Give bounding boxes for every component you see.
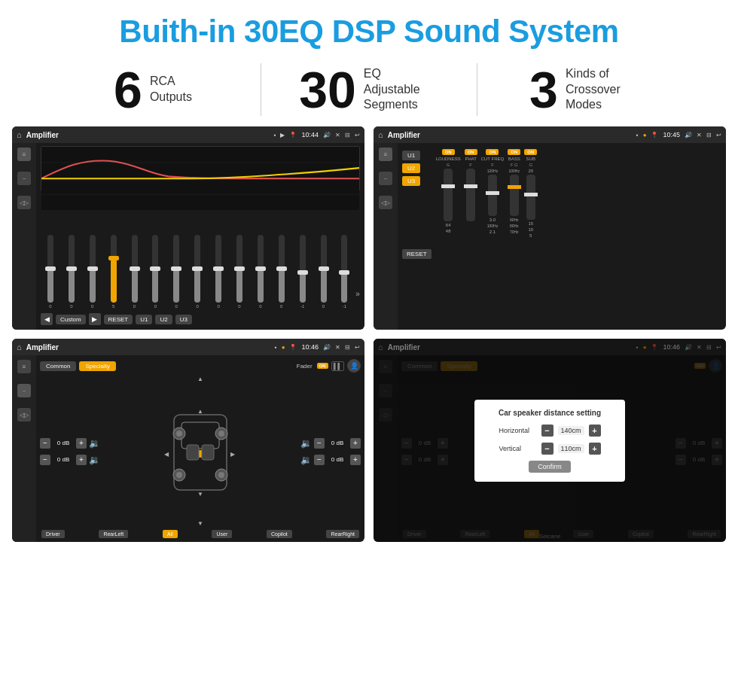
eq-sidebar-eq-icon[interactable]: ≡ [17,148,31,161]
amp-time: 10:45 [663,131,680,138]
fader-minus-3[interactable]: − [314,438,325,449]
fader-spk-icon[interactable]: ◁▷ [17,408,31,422]
amp-phat-slider[interactable] [466,169,475,221]
amp-cutfreq-g: F [491,163,494,167]
eq-graph [41,146,360,191]
amp-loudness-on[interactable]: ON [442,149,455,155]
amp-phat-on[interactable]: ON [465,149,477,155]
eq-reset-btn[interactable]: RESET [104,315,133,324]
fader-minus-1[interactable]: − [40,438,50,449]
amp-u3-btn[interactable]: U3 [402,176,420,186]
stat-number-eq: 30 [299,64,356,115]
eq-u2-btn[interactable]: U2 [155,315,172,324]
fader-specialty-tab[interactable]: Specialty [79,361,115,371]
eq-u1-btn[interactable]: U1 [136,315,152,324]
eq-custom-btn[interactable]: Custom [56,315,86,324]
eq-close-icon[interactable]: ✕ [335,132,340,138]
eq-sidebar-vol-icon[interactable]: ◁▷ [17,196,31,209]
amp-sub-val1: 20 [528,169,533,173]
fader-time: 10:46 [301,343,319,351]
fader-down-arrow[interactable]: ▼ [197,520,203,527]
fader-ctrl-row-4: 🔉 − 0 dB + [300,455,361,465]
svg-rect-5 [181,422,219,449]
amp-vol-icon-side[interactable]: ◁▷ [379,196,392,209]
fader-up-arrow[interactable]: ▲ [197,376,203,382]
svg-text:▲: ▲ [197,408,203,415]
fader-all-btn[interactable]: All [163,530,178,538]
eq-screen: ⌂ Amplifier ▪ ▶ 📍 10:44 🔊 ✕ ⊟ ↩ ≡ ~ ◁▷ [12,126,364,330]
fader-driver-btn[interactable]: Driver [41,530,65,538]
eq-next-btn[interactable]: ▶ [89,313,101,325]
fader-left-col: − 0 dB + 🔉 − 0 dB + 🔉 [40,376,100,527]
dialog-horizontal-plus[interactable]: + [589,425,601,437]
amp-back-icon[interactable]: ↩ [716,132,721,138]
amp-sub-g: G [529,163,532,167]
amp-screen: ⌂ Amplifier ▪ ● 📍 10:45 🔊 ✕ ⊟ ↩ ≡ ~ ◁▷ U… [374,126,726,330]
amp-eq-icon[interactable]: ≡ [379,148,392,161]
dialog-vertical-minus[interactable]: − [541,443,554,455]
amp-loudness-slider[interactable] [444,169,453,221]
svg-text:▼: ▼ [197,491,203,498]
fader-min-icon[interactable]: ⊟ [345,344,350,351]
fader-rear-right-btn[interactable]: RearRight [326,530,359,538]
svg-text:▶: ▶ [230,451,236,458]
fader-bottom-labels: Driver RearLeft All User Copilot RearRig… [40,530,361,538]
eq-expand-icon[interactable]: » [355,290,360,309]
fader-plus-3[interactable]: + [350,438,361,449]
amp-home-icon[interactable]: ⌂ [378,130,383,139]
amp-cutfreq-val: 3.0 [489,218,496,222]
amp-wave-icon[interactable]: ~ [379,172,392,185]
amp-cutfreq-label: CUT FREQ [481,157,505,161]
amp-bass-slider[interactable] [510,175,519,216]
fader-back-icon[interactable]: ↩ [355,344,360,351]
amp-sub-col: ON SUB G 20 15 10 5 [524,149,537,238]
amp-cutfreq-on[interactable]: ON [486,149,499,155]
stats-row: 6 RCAOutputs 30 EQ AdjustableSegments 3 … [0,56,738,126]
dialog-horizontal-minus[interactable]: − [541,425,554,437]
amp-min-icon[interactable]: ⊟ [706,132,712,138]
eq-slider-9: 0 [209,235,228,309]
amp-sub-label: SUB [526,157,535,161]
amp-bass-hz1: 100Hz [509,169,520,173]
fader-on-badge[interactable]: ON [317,363,328,369]
dialog-confirm-button[interactable]: Confirm [529,461,571,473]
amp-reset-btn[interactable]: RESET [402,249,432,259]
fader-right-col: 🔉 − 0 dB + 🔉 − 0 dB + [300,376,361,527]
eq-min-icon[interactable]: ⊟ [345,132,350,138]
amp-cutfreq-col: ON CUT FREQ F 120Hz 3.0 100Hz 2.1 [481,149,505,234]
fader-minus-2[interactable]: − [40,455,50,465]
fader-wave-icon[interactable]: ~ [17,384,31,397]
fader-copilot-btn[interactable]: Copilot [267,530,292,538]
fader-eq-icon[interactable]: ≡ [17,360,31,373]
fader-indicator: ▌▌ [331,361,344,371]
amp-close-icon[interactable]: ✕ [697,132,702,138]
fader-rear-left-btn[interactable]: RearLeft [99,530,128,538]
fader-user-btn[interactable]: User [212,530,232,538]
amp-vol-icon: 🔊 [685,132,692,138]
amp-u2-btn[interactable]: U2 [402,163,420,173]
eq-back-icon[interactable]: ↩ [355,132,360,138]
fader-plus-4[interactable]: + [350,455,361,465]
amp-sub-on[interactable]: ON [524,149,537,155]
home-icon[interactable]: ⌂ [17,130,22,139]
fader-plus-1[interactable]: + [76,438,87,449]
amp-cutfreq-slider[interactable] [488,175,497,216]
eq-prev-btn[interactable]: ◀ [41,313,53,325]
eq-sidebar-wave-icon[interactable]: ~ [17,172,31,185]
fader-minus-4[interactable]: − [314,455,325,465]
amp-bass-on[interactable]: ON [508,149,520,155]
fader-close-icon[interactable]: ✕ [335,344,340,351]
fader-common-tab[interactable]: Common [40,361,76,371]
amp-body: ≡ ~ ◁▷ U1 U2 U3 RESET ON LOUDNESS [374,143,726,330]
fader-home-icon[interactable]: ⌂ [17,342,22,352]
amp-sub-slider[interactable] [526,175,535,220]
amp-u1-btn[interactable]: U1 [402,151,420,160]
eq-slider-11: 0 [251,235,270,309]
eq-u3-btn[interactable]: U3 [175,315,192,324]
fader-profile-icon[interactable]: 👤 [347,359,361,373]
dialog-horizontal-row: Horizontal − 140cm + [485,425,614,437]
stat-crossover: 3 Kinds ofCrossover Modes [477,64,693,115]
dialog-vertical-plus[interactable]: + [589,443,601,455]
fader-plus-2[interactable]: + [76,455,87,465]
eq-screen-title: Amplifier [26,131,270,139]
